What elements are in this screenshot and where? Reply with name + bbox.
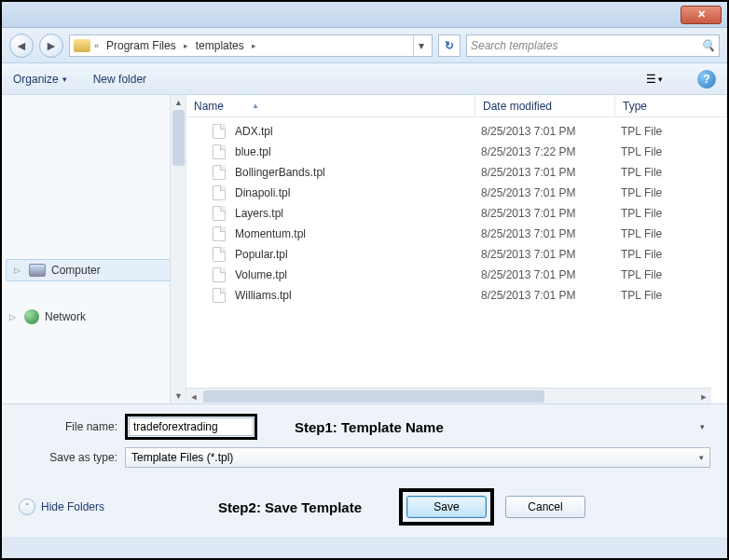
- file-row[interactable]: blue.tpl8/25/2013 7:22 PMTPL File: [186, 142, 727, 162]
- file-row[interactable]: Volume.tpl8/25/2013 7:01 PMTPL File: [186, 265, 727, 285]
- annotation-step1: Step1: Template Name: [295, 419, 444, 435]
- scroll-left-arrow[interactable]: ◄: [186, 389, 201, 404]
- scroll-thumb[interactable]: [203, 390, 544, 403]
- scroll-thumb[interactable]: [172, 110, 185, 166]
- expand-icon[interactable]: ▷: [9, 312, 19, 321]
- close-button[interactable]: ✕: [681, 6, 722, 24]
- file-icon: [213, 165, 226, 180]
- file-type: TPL File: [621, 289, 662, 302]
- column-name[interactable]: Name ▲: [186, 95, 475, 116]
- search-input[interactable]: Search templates 🔍: [466, 34, 720, 57]
- savetype-combo[interactable]: Template Files (*.tpl) ▾: [125, 447, 710, 468]
- chevron-right-icon[interactable]: ▸: [252, 41, 256, 50]
- savetype-value: Template Files (*.tpl): [131, 451, 233, 464]
- file-name: Layers.tpl: [235, 207, 481, 220]
- column-name-label: Name: [194, 100, 224, 113]
- chevron-down-icon: ▾: [699, 453, 704, 462]
- navigation-bar: ◄ ► « Program Files ▸ templates ▸ ▾ ↻ Se…: [2, 28, 727, 63]
- search-icon[interactable]: 🔍: [701, 39, 715, 52]
- file-icon: [213, 124, 226, 139]
- column-type[interactable]: Type: [615, 95, 727, 116]
- cancel-button[interactable]: Cancel: [505, 496, 585, 518]
- file-type: TPL File: [621, 145, 662, 158]
- file-date: 8/25/2013 7:22 PM: [481, 145, 621, 158]
- view-options-button[interactable]: ☰ ▾: [638, 69, 671, 89]
- refresh-button[interactable]: ↻: [438, 34, 461, 57]
- file-date: 8/25/2013 7:01 PM: [481, 268, 621, 281]
- file-icon: [213, 226, 226, 241]
- chevron-down-icon: ▾: [62, 75, 67, 84]
- save-button[interactable]: Save: [406, 496, 487, 518]
- file-name: Dinapoli.tpl: [235, 186, 481, 199]
- computer-icon: [29, 264, 46, 277]
- filename-dropdown[interactable]: ▾: [451, 417, 710, 437]
- file-icon: [213, 144, 226, 159]
- breadcrumb-bar[interactable]: « Program Files ▸ templates ▸ ▾: [69, 34, 433, 57]
- network-icon: [24, 309, 39, 324]
- scroll-down-arrow[interactable]: ▼: [171, 389, 186, 403]
- back-button[interactable]: ◄: [9, 34, 34, 58]
- folder-icon: [74, 39, 90, 52]
- navigation-tree: ▷ Computer ▷ Network ▲ ▼: [2, 95, 186, 403]
- organize-menu[interactable]: Organize ▾: [13, 73, 67, 86]
- new-folder-button[interactable]: New folder: [93, 73, 146, 86]
- file-name: Popular.tpl: [235, 248, 481, 261]
- file-date: 8/25/2013 7:01 PM: [481, 125, 621, 138]
- save-highlight-box: Save: [399, 488, 494, 526]
- sidebar-scrollbar[interactable]: ▲ ▼: [170, 95, 186, 403]
- scroll-right-arrow[interactable]: ►: [696, 389, 711, 404]
- file-icon: [213, 247, 226, 262]
- organize-label: Organize: [13, 73, 59, 86]
- file-date: 8/25/2013 7:01 PM: [481, 248, 621, 261]
- file-row[interactable]: Williams.tpl8/25/2013 7:01 PMTPL File: [186, 285, 727, 306]
- file-date: 8/25/2013 7:01 PM: [481, 166, 621, 179]
- list-scrollbar-h[interactable]: ◄ ►: [186, 388, 711, 403]
- filename-input[interactable]: [129, 417, 254, 436]
- expand-icon[interactable]: ▷: [14, 266, 23, 275]
- sort-ascending-icon: ▲: [252, 102, 259, 110]
- list-view-icon: ☰: [646, 73, 656, 86]
- main-area: ▷ Computer ▷ Network ▲ ▼ Name ▲: [2, 95, 727, 404]
- hide-folders-button[interactable]: ˄ Hide Folders: [19, 499, 104, 515]
- file-row[interactable]: Popular.tpl8/25/2013 7:01 PMTPL File: [186, 244, 727, 265]
- file-list-pane: Name ▲ Date modified Type ADX.tpl8/25/20…: [186, 95, 727, 403]
- toolbar: Organize ▾ New folder ☰ ▾ ?: [2, 63, 727, 95]
- file-icon: [213, 206, 226, 221]
- file-date: 8/25/2013 7:01 PM: [481, 227, 621, 240]
- crumb-templates[interactable]: templates: [192, 39, 248, 52]
- breadcrumb-dropdown[interactable]: ▾: [413, 35, 428, 56]
- file-row[interactable]: ADX.tpl8/25/2013 7:01 PMTPL File: [186, 121, 727, 142]
- file-name: Volume.tpl: [235, 268, 481, 281]
- file-row[interactable]: Dinapoli.tpl8/25/2013 7:01 PMTPL File: [186, 183, 727, 203]
- chevron-right-icon[interactable]: ▸: [184, 41, 188, 50]
- file-name: Momentum.tpl: [235, 227, 481, 240]
- crumb-root-sep: «: [94, 41, 99, 50]
- file-type: TPL File: [621, 166, 662, 179]
- file-icon: [213, 185, 226, 200]
- tree-item-network[interactable]: ▷ Network: [2, 306, 186, 328]
- file-type: TPL File: [621, 248, 662, 261]
- search-placeholder: Search templates: [471, 39, 701, 52]
- column-date[interactable]: Date modified: [475, 95, 615, 116]
- file-row[interactable]: Layers.tpl8/25/2013 7:01 PMTPL File: [186, 203, 727, 224]
- scroll-up-arrow[interactable]: ▲: [171, 95, 186, 110]
- help-button[interactable]: ?: [697, 70, 716, 89]
- file-name: ADX.tpl: [235, 125, 481, 138]
- file-date: 8/25/2013 7:01 PM: [481, 186, 621, 199]
- chevron-down-icon: ▾: [658, 75, 663, 84]
- forward-button[interactable]: ►: [39, 34, 63, 58]
- file-row[interactable]: Momentum.tpl8/25/2013 7:01 PMTPL File: [186, 224, 727, 244]
- file-row[interactable]: BollingerBands.tpl8/25/2013 7:01 PMTPL F…: [186, 162, 727, 183]
- tree-item-computer[interactable]: ▷ Computer: [6, 259, 182, 281]
- crumb-program-files[interactable]: Program Files: [103, 39, 180, 52]
- file-type: TPL File: [621, 227, 662, 240]
- file-icon: [213, 288, 226, 303]
- tree-label: Network: [45, 310, 86, 323]
- file-type: TPL File: [621, 268, 662, 281]
- bottom-panel: File name: Step1: Template Name ▾ Save a…: [2, 404, 727, 537]
- collapse-icon: ˄: [19, 499, 35, 515]
- file-date: 8/25/2013 7:01 PM: [481, 207, 621, 220]
- file-type: TPL File: [621, 207, 662, 220]
- file-date: 8/25/2013 7:01 PM: [481, 289, 621, 302]
- filename-highlight-box: [125, 414, 257, 440]
